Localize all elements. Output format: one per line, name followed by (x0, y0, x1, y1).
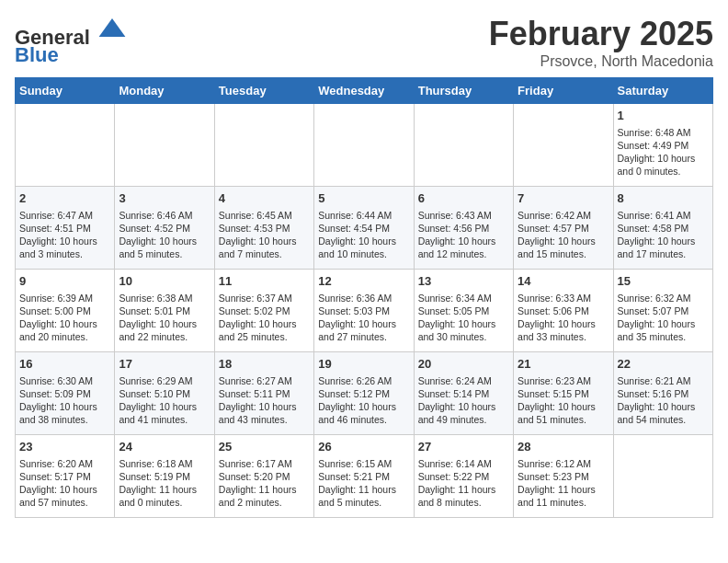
day-info: Sunset: 5:17 PM (19, 470, 110, 483)
calendar-cell: 28Sunrise: 6:12 AMSunset: 5:23 PMDayligh… (514, 435, 613, 518)
day-info: and 17 minutes. (618, 247, 709, 260)
day-number: 16 (19, 356, 110, 373)
day-number: 12 (318, 273, 409, 290)
day-info: and 12 minutes. (418, 247, 509, 260)
calendar-cell (115, 104, 214, 187)
day-info: Daylight: 10 hours (219, 400, 310, 413)
calendar-cell: 18Sunrise: 6:27 AMSunset: 5:11 PMDayligh… (214, 352, 313, 435)
header-day-tuesday: Tuesday (214, 78, 313, 104)
day-info: and 2 minutes. (219, 496, 310, 509)
day-info: Sunset: 4:52 PM (119, 222, 210, 235)
header-day-wednesday: Wednesday (314, 78, 414, 104)
day-info: Sunset: 4:58 PM (618, 222, 709, 235)
week-row-3: 9Sunrise: 6:39 AMSunset: 5:00 PMDaylight… (16, 270, 713, 352)
subtitle: Prsovce, North Macedonia (489, 53, 713, 70)
day-info: Sunset: 5:19 PM (119, 470, 210, 483)
day-number: 8 (618, 190, 709, 207)
day-number: 20 (418, 356, 509, 373)
day-info: Sunset: 5:00 PM (19, 304, 110, 317)
day-number: 9 (19, 273, 110, 290)
day-info: Sunrise: 6:47 AM (19, 209, 110, 222)
day-info: Sunrise: 6:42 AM (518, 209, 609, 222)
day-info: Sunset: 5:16 PM (618, 387, 709, 400)
day-info: and 41 minutes. (119, 413, 210, 426)
calendar-header-row: SundayMondayTuesdayWednesdayThursdayFrid… (16, 78, 713, 104)
calendar-cell (314, 104, 414, 187)
calendar-cell: 23Sunrise: 6:20 AMSunset: 5:17 PMDayligh… (16, 435, 115, 518)
day-info: and 25 minutes. (219, 330, 310, 343)
calendar-cell: 7Sunrise: 6:42 AMSunset: 4:57 PMDaylight… (514, 187, 613, 270)
calendar-cell: 16Sunrise: 6:30 AMSunset: 5:09 PMDayligh… (16, 352, 115, 435)
day-number: 23 (19, 439, 110, 455)
day-info: Sunrise: 6:30 AM (19, 374, 110, 387)
day-info: Sunrise: 6:48 AM (618, 126, 709, 139)
calendar-cell: 17Sunrise: 6:29 AMSunset: 5:10 PMDayligh… (115, 352, 214, 435)
calendar-cell: 14Sunrise: 6:33 AMSunset: 5:06 PMDayligh… (514, 270, 613, 352)
calendar-cell: 10Sunrise: 6:38 AMSunset: 5:01 PMDayligh… (115, 270, 214, 352)
day-info: Daylight: 10 hours (318, 400, 409, 413)
day-info: Sunrise: 6:45 AM (219, 209, 310, 222)
day-info: Daylight: 11 hours (119, 483, 210, 496)
day-info: and 20 minutes. (19, 330, 110, 343)
day-info: Sunset: 5:07 PM (618, 304, 709, 317)
week-row-1: 1Sunrise: 6:48 AMSunset: 4:49 PMDaylight… (16, 104, 713, 187)
calendar-cell: 24Sunrise: 6:18 AMSunset: 5:19 PMDayligh… (115, 435, 214, 518)
day-number: 11 (219, 273, 310, 290)
day-info: Sunrise: 6:21 AM (618, 374, 709, 387)
day-info: Sunrise: 6:20 AM (19, 457, 110, 470)
day-info: Daylight: 11 hours (318, 483, 409, 496)
calendar-cell: 4Sunrise: 6:45 AMSunset: 4:53 PMDaylight… (214, 187, 313, 270)
title-block: February 2025 Prsovce, North Macedonia (489, 15, 713, 70)
day-info: Daylight: 10 hours (618, 235, 709, 247)
day-info: and 33 minutes. (518, 330, 609, 343)
calendar-cell: 26Sunrise: 6:15 AMSunset: 5:21 PMDayligh… (314, 435, 414, 518)
day-info: Sunset: 5:12 PM (318, 387, 409, 400)
day-number: 26 (318, 439, 409, 455)
calendar-cell: 12Sunrise: 6:36 AMSunset: 5:03 PMDayligh… (314, 270, 414, 352)
day-info: Sunset: 4:54 PM (318, 222, 409, 235)
day-info: Sunrise: 6:14 AM (418, 457, 509, 470)
day-info: Sunset: 5:01 PM (119, 304, 210, 317)
day-info: Daylight: 10 hours (618, 152, 709, 165)
day-number: 6 (418, 190, 509, 207)
day-number: 14 (518, 273, 609, 290)
day-info: Daylight: 10 hours (19, 483, 110, 496)
calendar-cell: 22Sunrise: 6:21 AMSunset: 5:16 PMDayligh… (613, 352, 712, 435)
day-info: Daylight: 10 hours (119, 235, 210, 247)
calendar-cell: 27Sunrise: 6:14 AMSunset: 5:22 PMDayligh… (414, 435, 513, 518)
day-info: Sunset: 4:56 PM (418, 222, 509, 235)
day-info: Sunset: 4:49 PM (618, 139, 709, 152)
day-number: 4 (219, 190, 310, 207)
day-info: and 3 minutes. (19, 247, 110, 260)
day-info: Sunrise: 6:15 AM (318, 457, 409, 470)
day-info: Daylight: 11 hours (219, 483, 310, 496)
day-number: 17 (119, 356, 210, 373)
day-info: Daylight: 10 hours (518, 235, 609, 247)
day-info: Sunrise: 6:44 AM (318, 209, 409, 222)
day-number: 27 (418, 439, 509, 455)
day-info: Sunset: 5:21 PM (318, 470, 409, 483)
day-info: Sunset: 4:51 PM (19, 222, 110, 235)
day-info: Sunset: 5:05 PM (418, 304, 509, 317)
day-number: 28 (518, 439, 609, 455)
calendar-cell: 11Sunrise: 6:37 AMSunset: 5:02 PMDayligh… (214, 270, 313, 352)
day-info: and 43 minutes. (219, 413, 310, 426)
header-day-monday: Monday (115, 78, 214, 104)
day-number: 18 (219, 356, 310, 373)
day-info: and 11 minutes. (518, 496, 609, 509)
day-number: 21 (518, 356, 609, 373)
day-info: and 51 minutes. (518, 413, 609, 426)
day-number: 7 (518, 190, 609, 207)
day-info: and 46 minutes. (318, 413, 409, 426)
day-number: 10 (119, 273, 210, 290)
calendar-cell: 19Sunrise: 6:26 AMSunset: 5:12 PMDayligh… (314, 352, 414, 435)
day-info: Sunrise: 6:41 AM (618, 209, 709, 222)
day-info: Daylight: 10 hours (418, 235, 509, 247)
day-number: 2 (19, 190, 110, 207)
day-info: Daylight: 10 hours (618, 317, 709, 330)
calendar-cell: 9Sunrise: 6:39 AMSunset: 5:00 PMDaylight… (16, 270, 115, 352)
header-day-friday: Friday (514, 78, 613, 104)
day-info: Daylight: 10 hours (418, 317, 509, 330)
day-info: Sunset: 5:09 PM (19, 387, 110, 400)
day-info: and 5 minutes. (318, 496, 409, 509)
